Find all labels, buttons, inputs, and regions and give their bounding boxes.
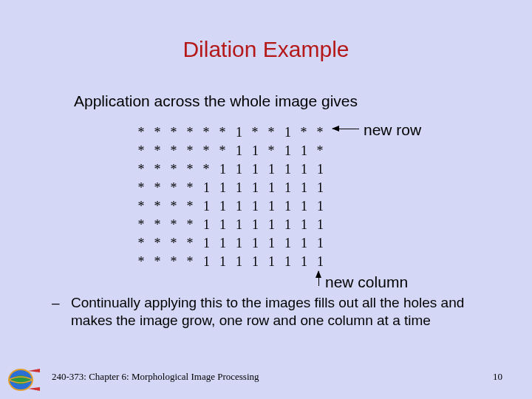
grid-cell: 1 [312,160,328,178]
grid-cell: 1 [263,197,279,215]
grid-cell: 1 [247,233,263,252]
grid-cell: 1 [263,215,279,233]
new-column-label: new column [325,273,408,291]
grid-row: ******1**1** [133,123,328,141]
grid-cell: 1 [296,252,312,270]
bullet-text: Continually applying this to the images … [71,294,488,330]
grid-cell: 1 [312,178,328,197]
arrow-left-icon [332,129,359,129]
grid-cell: 1 [279,178,296,197]
grid-cell: 1 [214,215,231,233]
bullet-dash: – [52,294,71,330]
slide-subtitle: Application across the whole image gives [74,92,358,110]
grid-cell: * [182,178,198,197]
footer-chapter: 240-373: Chapter 6: Morphological Image … [52,371,259,383]
grid-cell: * [312,123,328,141]
slide-title: Dilation Example [0,37,532,62]
grid-cell: 1 [296,141,312,160]
grid-cell: 1 [247,197,263,215]
grid-cell: * [296,123,312,141]
grid-cell: 1 [296,233,312,252]
grid-cell: * [133,197,149,215]
grid-cell: * [149,252,166,270]
grid-cell: 1 [279,233,296,252]
grid-cell: 1 [247,160,263,178]
grid-cell: * [198,160,214,178]
grid-cell: * [182,141,198,160]
grid-cell: * [149,233,166,252]
grid-cell: 1 [263,252,279,270]
grid-cell: * [149,215,166,233]
grid-cell: 1 [279,215,296,233]
grid-cell: * [133,233,149,252]
grid-row: ****11111111 [133,197,328,215]
grid-row: ****11111111 [133,233,328,252]
grid-row: *****1111111 [133,160,328,178]
grid-cell: 1 [263,178,279,197]
grid-row: ****11111111 [133,178,328,197]
grid-cell: 1 [312,215,328,233]
grid-cell: * [263,123,279,141]
grid-cell: 1 [231,160,247,178]
grid-cell: * [312,141,328,160]
grid-cell: * [182,160,198,178]
grid-cell: 1 [247,215,263,233]
grid-cell: * [214,141,231,160]
grid-cell: 1 [198,178,214,197]
new-row-label: new row [364,121,421,139]
grid-cell: * [247,123,263,141]
grid-cell: 1 [279,123,296,141]
grid-cell: * [149,178,166,197]
grid-cell: * [198,141,214,160]
grid-cell: 1 [231,233,247,252]
grid-cell: 1 [247,141,263,160]
grid-cell: * [166,252,182,270]
grid-cell: 1 [231,141,247,160]
globe-logo-icon [6,366,41,393]
grid-cell: 1 [214,233,231,252]
grid-cell: * [133,215,149,233]
grid-cell: * [133,252,149,270]
footer-page-number: 10 [493,371,502,383]
grid-cell: * [166,123,182,141]
grid-cell: 1 [263,160,279,178]
grid-cell: 1 [214,252,231,270]
grid-cell: * [182,215,198,233]
grid-cell: * [214,123,231,141]
slide: Dilation Example Application across the … [0,0,532,399]
grid-cell: 1 [231,197,247,215]
grid-cell: 1 [279,252,296,270]
grid-cell: 1 [231,123,247,141]
grid-cell: * [166,160,182,178]
grid-cell: 1 [312,252,328,270]
grid-cell: * [133,160,149,178]
grid-cell: 1 [279,141,296,160]
grid-row: ****11111111 [133,252,328,270]
bullet-item: – Continually applying this to the image… [52,294,488,330]
grid-cell: 1 [198,233,214,252]
grid-cell: * [263,141,279,160]
grid-cell: 1 [214,160,231,178]
grid-cell: 1 [296,197,312,215]
grid-cell: 1 [198,215,214,233]
grid-cell: 1 [231,178,247,197]
grid-cell: * [182,252,198,270]
grid-cell: 1 [296,178,312,197]
grid-cell: * [182,233,198,252]
grid-cell: 1 [214,178,231,197]
grid-cell: 1 [263,233,279,252]
grid-cell: * [166,233,182,252]
grid-cell: 1 [279,160,296,178]
grid-cell: * [166,141,182,160]
dilation-grid: ******1**1********11*11******1111111****… [133,123,328,270]
grid-cell: 1 [247,178,263,197]
grid-row: ******11*11* [133,141,328,160]
grid-cell: * [182,197,198,215]
grid-cell: 1 [296,160,312,178]
grid-cell: 1 [312,197,328,215]
grid-cell: * [149,197,166,215]
grid-cell: * [133,141,149,160]
grid-cell: 1 [279,197,296,215]
grid-cell: 1 [247,252,263,270]
grid-cell: * [166,197,182,215]
